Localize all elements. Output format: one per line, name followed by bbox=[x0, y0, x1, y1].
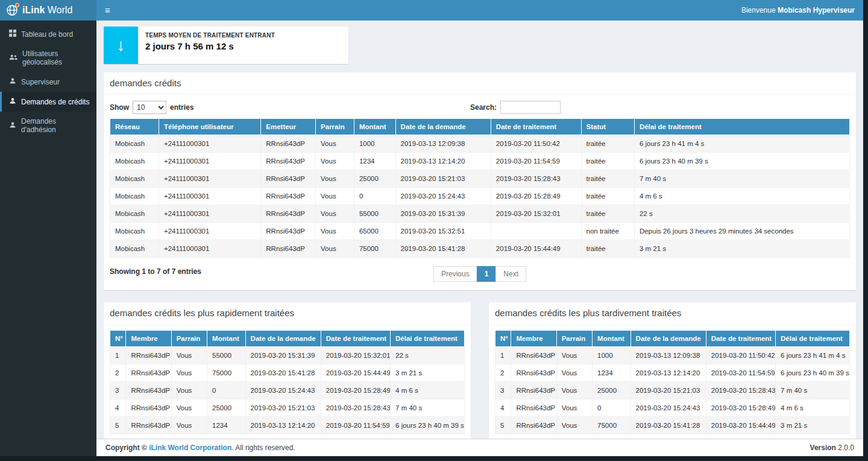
column-header[interactable]: Parrain bbox=[556, 331, 592, 347]
table-cell: RRnsi643dP bbox=[261, 223, 316, 240]
table-cell: RRnsi643dP bbox=[126, 364, 171, 382]
column-header[interactable]: N° bbox=[110, 331, 126, 347]
table-cell: Mobicash bbox=[110, 223, 159, 240]
version-text: Version 2.0.0 bbox=[810, 444, 854, 452]
dashboard-icon bbox=[9, 30, 16, 39]
table-cell: 3 bbox=[495, 382, 511, 399]
next-page-button[interactable]: Next bbox=[495, 266, 526, 282]
table-cell: Mobicash bbox=[110, 170, 159, 188]
column-header[interactable]: Date de traitement bbox=[321, 331, 390, 347]
sidebar-item-label: Demandes d'adhésion bbox=[21, 117, 90, 134]
table-cell: Depuis 26 jours 3 heures 29 minutes 34 s… bbox=[634, 223, 849, 240]
table-cell: 3 m 21 s bbox=[776, 417, 850, 434]
table-row: 5RRnsi643dPVous12342019-03-13 12:14:2020… bbox=[110, 417, 465, 434]
table-cell: traitée bbox=[581, 170, 634, 188]
table-cell: 1234 bbox=[354, 153, 395, 170]
table-cell: Vous bbox=[556, 399, 592, 417]
sidebar-item-label: Utilisateurs géolocalisés bbox=[22, 49, 90, 66]
column-header[interactable]: Date de la demande bbox=[631, 331, 706, 347]
table-cell: 2019-03-20 11:50:42 bbox=[491, 135, 581, 153]
infobox-label: TEMPS MOYEN DE TRAITEMENT ENTRANT bbox=[145, 32, 275, 39]
table-cell: 6 jours 23 h 40 m 39 s bbox=[634, 153, 849, 170]
table-cell: 2019-03-20 15:44:49 bbox=[706, 417, 775, 434]
table-cell: 55000 bbox=[354, 205, 395, 223]
table-cell: 0 bbox=[207, 382, 246, 399]
membership-requests-icon bbox=[9, 121, 16, 130]
column-header[interactable]: Emetteur bbox=[261, 119, 316, 135]
table-cell: Mobicash bbox=[110, 240, 159, 258]
search-label: Search: bbox=[470, 103, 497, 112]
column-header[interactable]: Délai de traitement bbox=[776, 331, 850, 347]
sidebar-item-utilisateurs-geolocalises[interactable]: Utilisateurs géolocalisés bbox=[0, 44, 96, 72]
infobox-value: 2 jours 7 h 56 m 12 s bbox=[145, 41, 275, 51]
sidebar-item-label: Tableau de bord bbox=[21, 30, 73, 39]
table-cell: 7 m 40 s bbox=[776, 382, 850, 399]
page-length-select[interactable]: 10 bbox=[133, 101, 166, 114]
column-header[interactable]: Téléphone utilisateur bbox=[159, 119, 260, 135]
sidebar-item-demandes-adhesion[interactable]: Demandes d'adhésion bbox=[0, 112, 96, 139]
table-row: 2RRnsi643dPVous12342019-03-13 12:14:2020… bbox=[495, 364, 850, 382]
table-row: 2RRnsi643dPVous750002019-03-20 15:41:282… bbox=[110, 364, 465, 382]
table-cell: 0 bbox=[593, 399, 631, 417]
table-cell: 2019-03-13 12:09:38 bbox=[395, 135, 491, 153]
fastest-table-header-row: N°MembreParrainMontantDate de la demande… bbox=[110, 331, 465, 347]
table-cell: 5 bbox=[110, 417, 126, 434]
column-header[interactable]: Montant bbox=[207, 331, 246, 347]
sidebar-item-tableau-de-bord[interactable]: Tableau de bord bbox=[0, 24, 96, 44]
page-1-button[interactable]: 1 bbox=[477, 266, 497, 282]
fastest-credits-panel: demandes crédits les plus rapidement tra… bbox=[104, 302, 471, 439]
table-cell: RRnsi643dP bbox=[261, 240, 316, 258]
table-cell: 2019-03-20 15:32:51 bbox=[395, 223, 491, 240]
table-cell: 2019-03-20 15:41:28 bbox=[631, 417, 706, 434]
column-header[interactable]: Délai de traitement bbox=[391, 331, 465, 347]
table-row: 3RRnsi643dPVous250002019-03-20 15:21:032… bbox=[495, 382, 850, 399]
sidebar-item-label: Demandes de crédits bbox=[21, 98, 89, 106]
column-header[interactable]: Date de traitement bbox=[706, 331, 775, 347]
table-cell: +24111000301 bbox=[159, 153, 260, 170]
show-label: Show bbox=[110, 103, 129, 112]
column-header[interactable]: Parrain bbox=[316, 119, 354, 135]
sidebar-toggle-button[interactable]: ≡ bbox=[96, 0, 119, 21]
column-header[interactable]: Date de la demande bbox=[245, 331, 321, 347]
column-header[interactable]: Délai de traitement bbox=[634, 119, 849, 135]
previous-page-button[interactable]: Previous bbox=[433, 266, 477, 282]
sidebar-item-superviseur[interactable]: Superviseur bbox=[0, 72, 96, 92]
app-logo[interactable]: iLink World bbox=[0, 0, 96, 21]
sidebar-item-demandes-de-credits[interactable]: Demandes de crédits bbox=[0, 92, 96, 112]
table-cell: 2019-03-20 15:28:49 bbox=[706, 399, 775, 417]
sidebar-item-label: Superviseur bbox=[21, 78, 60, 86]
table-cell: 4 bbox=[495, 399, 511, 417]
table-cell: 1000 bbox=[354, 135, 395, 153]
table-cell: 6 jours 23 h 41 m 4 s bbox=[634, 135, 849, 153]
table-cell: 3 m 21 s bbox=[391, 364, 465, 382]
table-cell: 2019-03-20 11:54:59 bbox=[321, 417, 390, 434]
table-row: Mobicash+24111000301RRnsi643dPVous123420… bbox=[110, 153, 850, 170]
column-header[interactable]: Montant bbox=[593, 331, 631, 347]
top-navbar: ≡ Bienvenue Mobicash Hyperviseur bbox=[96, 0, 863, 21]
column-header[interactable]: Parrain bbox=[171, 331, 207, 347]
column-header[interactable]: Statut bbox=[581, 119, 634, 135]
table-cell: 75000 bbox=[207, 364, 246, 382]
main-header: iLink World ≡ Bienvenue Mobicash Hypervi… bbox=[0, 0, 863, 21]
logo-text: iLink World bbox=[22, 5, 72, 16]
company-link[interactable]: iLink World Corporation bbox=[149, 444, 231, 452]
search-input[interactable] bbox=[500, 101, 561, 114]
table-cell: 22 s bbox=[634, 205, 849, 223]
column-header[interactable]: Membre bbox=[511, 331, 556, 347]
copyright-text: Copyright © iLink World Corporation. All… bbox=[105, 444, 295, 452]
table-row: Mobicash+24111000301RRnsi643dPVous750002… bbox=[110, 240, 850, 258]
column-header[interactable]: N° bbox=[495, 331, 511, 347]
column-header[interactable]: Membre bbox=[126, 331, 171, 347]
column-header[interactable]: Réseau bbox=[110, 119, 159, 135]
table-cell: 2019-03-20 15:24:43 bbox=[395, 188, 491, 205]
table-cell: RRnsi643dP bbox=[126, 399, 171, 417]
column-header[interactable]: Date de la demande bbox=[395, 119, 491, 135]
table-cell: 6 jours 23 h 40 m 39 s bbox=[391, 417, 465, 434]
column-header[interactable]: Montant bbox=[354, 119, 395, 135]
table-cell: 2 bbox=[110, 364, 126, 382]
table-cell: 25000 bbox=[207, 399, 246, 417]
table-cell: 2019-03-20 11:54:59 bbox=[706, 364, 775, 382]
table-cell: 2019-03-20 15:28:49 bbox=[491, 188, 581, 205]
column-header[interactable]: Date de traitement bbox=[491, 119, 581, 135]
table-cell: 3 m 21 s bbox=[634, 240, 849, 258]
